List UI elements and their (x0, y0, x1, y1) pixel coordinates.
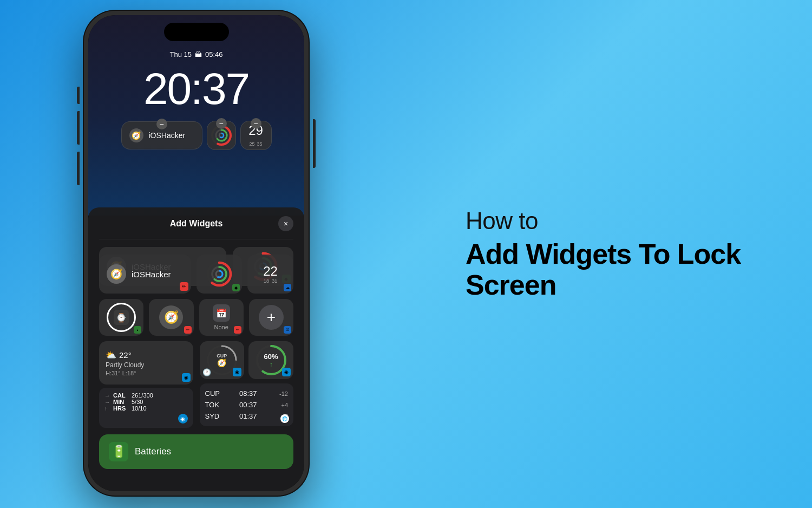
battery-percent: 60% (264, 353, 278, 361)
widget-row2: ⌚ ▪ 🧭 ✏ 📅 None ✏ + ☑ (99, 299, 293, 336)
weather-hl: H:31° L:18° (106, 370, 136, 376)
phone-frame: Thu 15 🏔 05:46 20:37 − 🧭 iOSHacker − (84, 11, 309, 496)
cup-text: CUP (217, 353, 227, 359)
stat-cal: → CAL 261/300 (104, 392, 188, 399)
ring-badge-2: ◆ (232, 284, 240, 291)
widget-row1: 🧭 iOSHacker ✏ ◆ (99, 255, 293, 294)
world-icon: 🌐 (280, 414, 289, 423)
ring-svg-2 (205, 260, 233, 288)
small-widgets-row: CUP 🧭 🕐 ◉ (200, 341, 294, 379)
lock-screen-widget-ring[interactable]: − (207, 121, 236, 150)
weather-badge: ◉ (182, 373, 191, 382)
watch-badge: ▪ (134, 326, 141, 334)
cup-center: CUP 🧭 (217, 353, 227, 367)
battery-arrow: ↑ (264, 361, 278, 368)
phone-button-power (313, 119, 316, 168)
weather-desc: Partly Cloudy (106, 361, 144, 369)
wc-row-cup: CUP 08:37 -12 (205, 388, 289, 399)
widget-add[interactable]: + ☑ (249, 299, 293, 336)
widget-calendar-22[interactable]: 22 18 31 ☁ (247, 255, 293, 294)
bottom-combined: ⛅ 22° Partly Cloudy H:31° L:18° ◉ → CAL (99, 341, 293, 428)
remove-dot-3[interactable]: − (251, 118, 261, 129)
batteries-label: Batteries (135, 446, 171, 457)
add-badge: ☑ (284, 326, 291, 334)
none-icon: 📅 (213, 304, 230, 322)
remove-dot[interactable]: − (156, 119, 167, 129)
add-btn[interactable]: + (259, 305, 284, 330)
clock-emoji: 🕐 (202, 368, 211, 376)
battery-percent-container: 60% ↑ (264, 353, 278, 368)
stat-hrs: ↑ HRS 10/10 (104, 405, 188, 412)
dynamic-island (164, 23, 229, 41)
phone-mockup: Thu 15 🏔 05:46 20:37 − 🧭 iOSHacker − (84, 11, 309, 496)
widget-compass-2[interactable]: 🧭 ✏ (149, 299, 193, 336)
lock-screen-widget-ioshacker[interactable]: − 🧭 iOSHacker (121, 121, 202, 149)
status-time: 05:46 (205, 50, 223, 58)
compass-badge: ✏ (184, 326, 192, 334)
stats-section: → CAL 261/300 → MIN 5/30 ↑ H (99, 388, 193, 428)
widget-label-ioshacker: iOSHacker (132, 270, 171, 279)
weather-widget[interactable]: ⛅ 22° Partly Cloudy H:31° L:18° ◉ (99, 341, 193, 385)
close-button[interactable]: × (278, 216, 293, 231)
battery-icon-large: 🔋 (109, 442, 128, 461)
widget-battery-60[interactable]: 60% ↑ ◉ (248, 341, 293, 379)
widget-compass-cup[interactable]: CUP 🧭 🕐 ◉ (200, 341, 245, 379)
batteries-widget[interactable]: 🔋 Batteries (99, 434, 293, 469)
widget-watch[interactable]: ⌚ ▪ (99, 299, 143, 336)
lock-screen-widget-calendar[interactable]: − 29 25 35 (240, 121, 272, 150)
watch-ring: ⌚ (107, 303, 136, 332)
widget-ring-2[interactable]: ◆ (197, 255, 243, 294)
widget-ioshacker-2[interactable]: 🧭 iOSHacker ✏ (99, 255, 191, 294)
none-label: None (214, 324, 228, 330)
cup-badge: ◉ (233, 368, 241, 376)
article-title: Add Widgets To Lock Screen (466, 239, 780, 301)
article-text: How to Add Widgets To Lock Screen (466, 207, 780, 301)
lock-widget-label: iOSHacker (149, 131, 186, 140)
remove-dot-2[interactable]: − (216, 118, 227, 129)
lock-screen-background: Thu 15 🏔 05:46 20:37 − 🧭 iOSHacker − (88, 15, 304, 216)
article-subtitle: How to (466, 207, 780, 235)
stats-badge-row: ◉ (104, 414, 188, 424)
weather-emoji: ⛅ (106, 350, 116, 360)
lock-screen-clock: 20:37 (143, 67, 249, 111)
wc-row-tok: TOK 00:37 +4 (205, 399, 289, 411)
weather-temp: 22° (119, 350, 132, 360)
cal-22-number: 22 (263, 264, 278, 278)
phone-button-vol-up (77, 111, 80, 145)
status-day: Thu 15 (169, 50, 191, 58)
add-widgets-panel: Add Widgets × 🧭 iOSHacker ✏ (88, 207, 304, 491)
phone-screen: Thu 15 🏔 05:46 20:37 − 🧭 iOSHacker − (88, 15, 304, 491)
world-clock-widget: CUP 08:37 -12 TOK 00:37 +4 SYD (200, 383, 294, 426)
phone-button-mute (77, 87, 80, 104)
cal-sub: 25 35 (249, 141, 262, 147)
compass-icon: 🧭 (129, 128, 143, 142)
cal-22-sub: 18 31 (264, 278, 277, 284)
lock-screen-widgets-row: − 🧭 iOSHacker − (112, 121, 281, 150)
right-bottom: CUP 🧭 🕐 ◉ (200, 341, 294, 428)
compass-circle: 🧭 (159, 305, 183, 329)
widget-none[interactable]: 📅 None ✏ (199, 299, 244, 336)
panel-header: Add Widgets × (99, 207, 293, 239)
cup-icon: 🧭 (217, 359, 226, 367)
status-icon: 🏔 (195, 50, 202, 58)
stats-badge: ◉ (178, 414, 188, 424)
panel-title: Add Widgets (114, 219, 278, 229)
none-badge: ✏ (234, 326, 241, 334)
compass-icon-2: 🧭 (107, 264, 126, 284)
phone-button-vol-down (77, 152, 80, 185)
weather-top: ⛅ 22° (106, 350, 132, 360)
cal-badge: ☁ (284, 284, 291, 291)
wc-row-syd: SYD 01:37 +5 (205, 411, 289, 422)
left-bottom: ⛅ 22° Partly Cloudy H:31° L:18° ◉ → CAL (99, 341, 193, 428)
edit-badge-2: ✏ (180, 282, 188, 291)
watch-inner: ⌚ (114, 310, 129, 325)
stat-min: → MIN 5/30 (104, 399, 188, 405)
battery-badge: ◉ (282, 368, 291, 376)
status-bar: Thu 15 🏔 05:46 (169, 50, 222, 58)
